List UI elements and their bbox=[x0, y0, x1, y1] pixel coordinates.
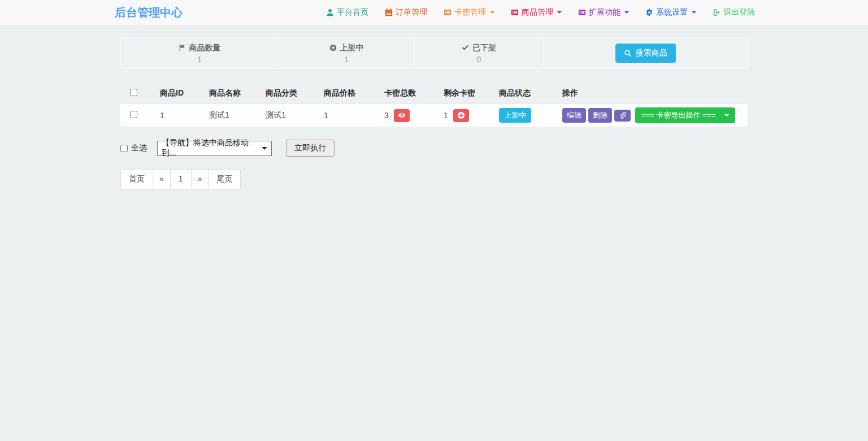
cell-card-remaining: 1 bbox=[436, 104, 492, 127]
paperclip-icon bbox=[619, 112, 626, 119]
list-icon bbox=[578, 8, 586, 16]
cell-product-status: 上架中 bbox=[492, 104, 555, 127]
add-cards-button[interactable] bbox=[453, 109, 469, 122]
search-button-label: 搜索商品 bbox=[636, 48, 667, 58]
plus-circle-icon bbox=[457, 111, 465, 119]
list-icon bbox=[511, 8, 519, 16]
stat-value: 0 bbox=[477, 55, 481, 64]
calendar-icon bbox=[385, 8, 393, 16]
nav-item-orders[interactable]: 订单管理 bbox=[385, 7, 427, 18]
stat-on-shelf: 上架中 1 bbox=[279, 38, 415, 68]
main-nav: 平台首页 订单管理 卡密管理 商品管理 扩展功能 bbox=[326, 7, 755, 18]
nav-item-system-settings[interactable]: 系统设置 bbox=[645, 7, 696, 18]
top-navbar: 后台管理中心 平台首页 订单管理 卡密管理 商品管理 bbox=[0, 0, 868, 25]
row-checkbox[interactable] bbox=[130, 111, 137, 118]
search-icon bbox=[624, 49, 632, 57]
user-icon bbox=[326, 8, 334, 16]
edit-button[interactable]: 编辑 bbox=[562, 108, 586, 123]
chevron-down-icon bbox=[262, 147, 267, 150]
chevron-down-icon bbox=[624, 11, 629, 14]
col-header-product-category: 商品分类 bbox=[258, 83, 316, 104]
col-header-product-id: 商品ID bbox=[153, 83, 202, 104]
pagination-page-1[interactable]: 1 bbox=[170, 169, 192, 189]
view-cards-button[interactable] bbox=[394, 109, 410, 122]
search-cell: 搜索商品 bbox=[544, 38, 747, 68]
nav-label: 商品管理 bbox=[522, 7, 553, 18]
main-content: 商品数量 1 上架中 1 已下架 0 bbox=[120, 37, 748, 189]
select-all-header-checkbox[interactable] bbox=[130, 89, 137, 96]
nav-label: 系统设置 bbox=[656, 7, 688, 18]
cell-product-name: 测试1 bbox=[202, 104, 258, 127]
list-icon bbox=[444, 8, 452, 16]
stat-value: 1 bbox=[197, 55, 202, 64]
products-table: 商品ID 商品名称 商品分类 商品价格 卡密总数 剩余卡密 商品状态 操作 1 … bbox=[120, 83, 748, 127]
gear-icon bbox=[645, 8, 653, 16]
card-export-select-label: === 卡密导出操作 === bbox=[641, 110, 715, 120]
execute-button[interactable]: 立即执行 bbox=[286, 140, 335, 157]
col-header-product-price: 商品价格 bbox=[316, 83, 377, 104]
pagination-first[interactable]: 首页 bbox=[120, 169, 153, 189]
stat-label: 已下架 bbox=[472, 43, 496, 53]
card-remaining-value: 1 bbox=[444, 111, 448, 120]
nav-item-product-management[interactable]: 商品管理 bbox=[511, 7, 562, 18]
cell-card-total: 3 bbox=[377, 104, 436, 127]
delete-button[interactable]: 删除 bbox=[588, 108, 612, 123]
stats-bar: 商品数量 1 上架中 1 已下架 0 bbox=[120, 37, 748, 69]
col-header-operations: 操作 bbox=[555, 83, 748, 104]
card-total-value: 3 bbox=[384, 111, 389, 120]
pagination-next[interactable]: » bbox=[191, 169, 209, 189]
bulk-move-select[interactable]: 【导航】将选中商品移动到... bbox=[157, 141, 272, 156]
select-all-checkbox[interactable] bbox=[120, 145, 128, 152]
nav-item-card-management[interactable]: 卡密管理 bbox=[444, 7, 494, 18]
cell-product-category: 测试1 bbox=[258, 104, 316, 127]
table-row: 1 测试1 测试1 1 3 1 bbox=[120, 104, 748, 127]
eye-icon bbox=[398, 111, 406, 119]
pagination-prev[interactable]: « bbox=[153, 169, 171, 189]
cell-product-price: 1 bbox=[316, 104, 377, 127]
search-products-button[interactable]: 搜索商品 bbox=[615, 44, 676, 63]
cell-product-id: 1 bbox=[153, 104, 202, 127]
check-icon bbox=[462, 44, 469, 51]
cell-operations: 编辑 删除 === 卡密导出操作 === bbox=[555, 104, 748, 127]
stat-product-count: 商品数量 1 bbox=[121, 38, 279, 68]
nav-label: 扩展功能 bbox=[589, 7, 620, 18]
nav-item-extensions[interactable]: 扩展功能 bbox=[578, 7, 629, 18]
stat-label: 上架中 bbox=[340, 43, 364, 53]
stat-value: 1 bbox=[344, 55, 349, 64]
flag-icon bbox=[179, 44, 186, 51]
select-all-label: 全选 bbox=[131, 143, 147, 153]
chevron-down-icon bbox=[557, 11, 562, 14]
bulk-actions-bar: 全选 【导航】将选中商品移动到... 立即执行 bbox=[120, 140, 748, 157]
col-header-card-total: 卡密总数 bbox=[377, 83, 436, 104]
card-export-select[interactable]: === 卡密导出操作 === bbox=[635, 107, 735, 123]
plus-circle-icon bbox=[329, 44, 337, 51]
bulk-move-select-value: 【导航】将选中商品移动到... bbox=[162, 138, 262, 158]
col-header-card-remaining: 剩余卡密 bbox=[436, 83, 492, 104]
logout-icon bbox=[713, 8, 721, 16]
pagination-last[interactable]: 尾页 bbox=[208, 169, 241, 189]
nav-label: 卡密管理 bbox=[454, 7, 486, 18]
chevron-down-icon bbox=[692, 11, 696, 14]
app-title[interactable]: 后台管理中心 bbox=[115, 5, 183, 20]
status-badge: 上架中 bbox=[499, 108, 531, 123]
col-header-product-status: 商品状态 bbox=[492, 83, 555, 104]
stat-label: 商品数量 bbox=[189, 43, 221, 53]
nav-item-platform-home[interactable]: 平台首页 bbox=[326, 7, 368, 18]
chevron-down-icon bbox=[724, 114, 729, 116]
nav-label: 退出登陆 bbox=[723, 7, 755, 18]
attachment-button[interactable] bbox=[614, 110, 631, 122]
col-header-product-name: 商品名称 bbox=[202, 83, 258, 104]
pagination: 首页 « 1 » 尾页 bbox=[120, 169, 241, 189]
table-header-row: 商品ID 商品名称 商品分类 商品价格 卡密总数 剩余卡密 商品状态 操作 bbox=[120, 83, 748, 104]
nav-item-logout[interactable]: 退出登陆 bbox=[713, 7, 755, 18]
nav-label: 平台首页 bbox=[337, 7, 368, 18]
chevron-down-icon bbox=[490, 11, 494, 14]
stat-off-shelf: 已下架 0 bbox=[415, 38, 544, 68]
nav-label: 订单管理 bbox=[396, 7, 427, 18]
